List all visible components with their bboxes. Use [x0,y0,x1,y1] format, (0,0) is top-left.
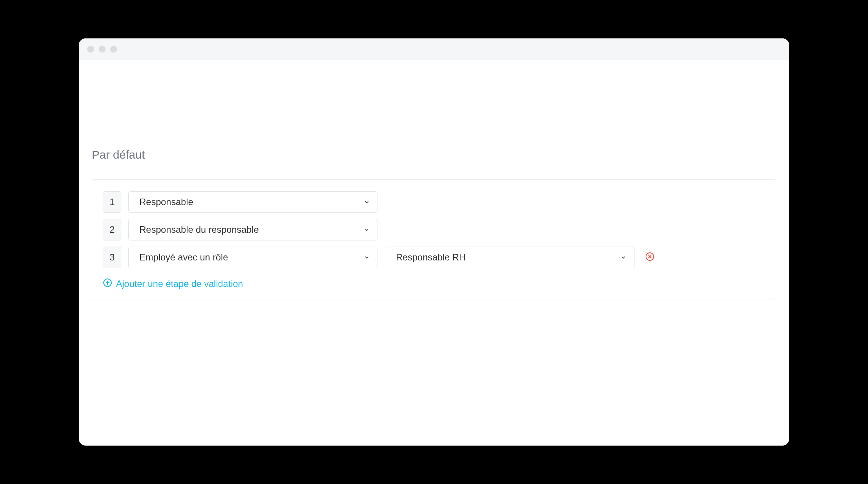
close-circle-icon [645,252,654,263]
role-select-value: Responsable RH [396,252,465,263]
step-number-badge: 2 [103,219,121,240]
step-number-badge: 1 [103,191,121,213]
section-title: Par défaut [92,148,776,161]
validation-step-row: 1 Responsable [103,191,765,213]
app-window: Par défaut 1 Responsable 2 Responsable d… [79,38,789,446]
window-maximize-button[interactable] [110,46,117,53]
approver-select[interactable]: Responsable du responsable [128,219,378,240]
validation-step-row: 3 Employé avec un rôle Responsable RH [103,247,765,268]
window-titlebar [79,38,789,60]
add-step-label: Ajouter une étape de validation [116,278,243,289]
main-content: Par défaut 1 Responsable 2 Responsable d… [79,60,789,446]
validation-step-row: 2 Responsable du responsable [103,219,765,240]
window-minimize-button[interactable] [99,46,106,53]
chevron-down-icon [364,227,370,233]
role-select[interactable]: Responsable RH [385,247,634,268]
chevron-down-icon [364,199,370,205]
add-step-button[interactable]: Ajouter une étape de validation [103,278,243,290]
approver-select[interactable]: Responsable [128,191,378,213]
approver-select-value: Employé avec un rôle [139,252,228,263]
window-close-button[interactable] [87,46,94,53]
chevron-down-icon [620,254,626,260]
approver-select-value: Responsable du responsable [139,224,259,235]
chevron-down-icon [364,254,370,260]
approver-select-value: Responsable [139,197,193,207]
delete-step-button[interactable] [644,252,655,263]
plus-circle-icon [103,278,112,290]
step-number-badge: 3 [103,247,121,268]
section-divider [92,167,776,167]
validation-steps-panel: 1 Responsable 2 Responsable du responsab… [92,179,776,300]
approver-select[interactable]: Employé avec un rôle [128,247,378,268]
